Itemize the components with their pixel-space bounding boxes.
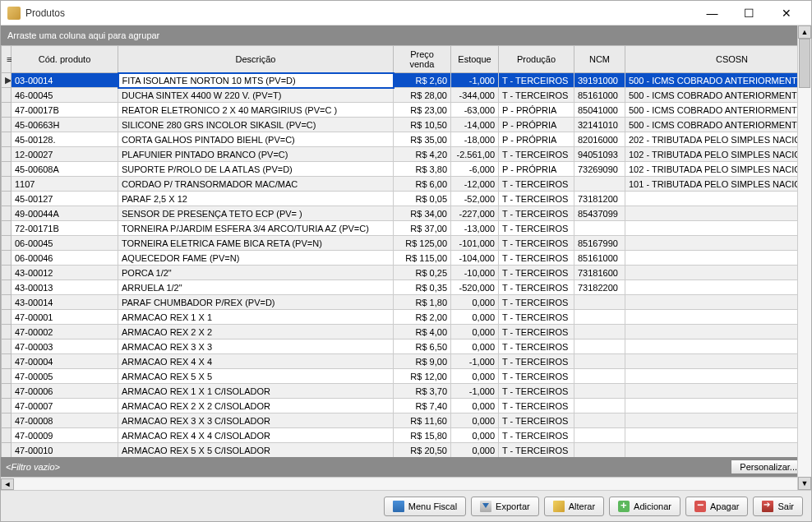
cell-csosn[interactable] (625, 399, 812, 413)
cell-descricao[interactable]: TORNEIRA ELETRICA FAME BICA RETA (PV=N) (118, 236, 394, 251)
cell-descricao[interactable]: ARMACAO REX 4 X 4 C/ISOLADOR (118, 428, 394, 443)
cell-cod[interactable]: 47-00005 (12, 369, 118, 384)
scroll-up-icon[interactable]: ▲ (798, 25, 811, 39)
cell-descricao[interactable]: ARMACAO REX 5 X 5 C/ISOLADOR (118, 443, 394, 458)
col-estoque[interactable]: Estoque (451, 46, 499, 73)
menu-fiscal-button[interactable]: Menu Fiscal (384, 497, 466, 516)
cell-csosn[interactable] (625, 340, 812, 354)
cell-descricao[interactable]: AQUECEDOR FAME (PV=N) (118, 251, 394, 266)
apagar-button[interactable]: Apagar (685, 497, 748, 516)
cell-estoque[interactable]: -227,000 (451, 206, 499, 221)
col-preco-venda[interactable]: Preço venda (394, 46, 451, 73)
cell-producao[interactable]: T - TERCEIROS (499, 147, 574, 162)
cell-ncm[interactable]: 73181200 (574, 192, 625, 206)
cell-cod[interactable]: 43-00012 (12, 266, 118, 280)
cell-cod[interactable]: 45-00128. (12, 132, 118, 147)
cell-preco[interactable]: R$ 12,00 (394, 369, 451, 384)
cell-ncm[interactable]: 85437099 (574, 206, 625, 221)
cell-estoque[interactable]: 0,000 (451, 428, 499, 443)
cell-cod[interactable]: 47-00008 (12, 413, 118, 428)
cell-estoque[interactable]: -1,000 (451, 354, 499, 369)
cell-estoque[interactable]: -1,000 (451, 384, 499, 399)
cell-csosn[interactable] (625, 428, 812, 443)
cell-producao[interactable]: T - TERCEIROS (499, 443, 574, 458)
cell-csosn[interactable] (625, 443, 812, 458)
cell-ncm[interactable] (574, 354, 625, 369)
cell-estoque[interactable]: 0,000 (451, 325, 499, 340)
cell-preco[interactable]: R$ 7,40 (394, 399, 451, 413)
cell-producao[interactable]: T - TERCEIROS (499, 221, 574, 236)
table-row[interactable]: 49-00044ASENSOR DE PRESENÇA TETO ECP (PV… (2, 206, 812, 221)
cell-preco[interactable]: R$ 6,50 (394, 340, 451, 354)
cell-estoque[interactable]: -1,000 (451, 73, 499, 88)
cell-descricao[interactable]: PARAF CHUMBADOR P/REX (PV=D) (118, 295, 394, 310)
table-row[interactable]: 47-00009ARMACAO REX 4 X 4 C/ISOLADORR$ 1… (2, 428, 812, 443)
cell-cod[interactable]: 47-00006 (12, 384, 118, 399)
cell-ncm[interactable]: 85161000 (574, 251, 625, 266)
h-scroll-track[interactable] (14, 478, 798, 490)
adicionar-button[interactable]: Adicionar (609, 497, 681, 516)
cell-csosn[interactable] (625, 236, 812, 251)
cell-estoque[interactable]: -18,000 (451, 132, 499, 147)
cell-preco[interactable]: R$ 4,20 (394, 147, 451, 162)
cell-csosn[interactable] (625, 295, 812, 310)
cell-descricao[interactable]: CORDAO P/ TRANSORMADOR MAC/MAC (118, 177, 394, 192)
minimize-button[interactable]: — (694, 2, 731, 25)
cell-cod[interactable]: 47-00002 (12, 325, 118, 340)
cell-estoque[interactable]: -63,000 (451, 103, 499, 118)
cell-ncm[interactable]: 85161000 (574, 88, 625, 103)
cell-descricao[interactable]: ARMACAO REX 1 X 1 C/ISOLADOR (118, 384, 394, 399)
cell-cod[interactable]: 47-00001 (12, 310, 118, 325)
cell-producao[interactable]: T - TERCEIROS (499, 206, 574, 221)
cell-descricao[interactable]: CORTA GALHOS PINTADO BIEHL (PV=C) (118, 132, 394, 147)
cell-ncm[interactable]: 85041000 (574, 103, 625, 118)
cell-descricao[interactable]: PARAF 2,5 X 12 (118, 192, 394, 206)
cell-csosn[interactable]: 202 - TRIBUTADA PELO SIMPLES NACIONAL SE… (625, 132, 812, 147)
cell-preco[interactable]: R$ 20,50 (394, 443, 451, 458)
vertical-scrollbar[interactable]: ▲ ▼ (797, 25, 811, 490)
cell-estoque[interactable]: -12,000 (451, 177, 499, 192)
col-producao[interactable]: Produção (499, 46, 574, 73)
row-indicator-header[interactable]: ≡ (2, 46, 12, 73)
cell-csosn[interactable] (625, 280, 812, 295)
table-row[interactable]: 06-00046AQUECEDOR FAME (PV=N)R$ 115,00-1… (2, 251, 812, 266)
table-row[interactable]: 72-00171BTORNEIRA P/JARDIM ESFERA 3/4 AR… (2, 221, 812, 236)
cell-preco[interactable]: R$ 28,00 (394, 88, 451, 103)
table-row[interactable]: 47-00006ARMACAO REX 1 X 1 C/ISOLADORR$ 3… (2, 384, 812, 399)
cell-cod[interactable]: 46-00045 (12, 88, 118, 103)
cell-ncm[interactable] (574, 340, 625, 354)
cell-producao[interactable]: T - TERCEIROS (499, 340, 574, 354)
table-row[interactable]: 47-00017BREATOR ELETRONICO 2 X 40 MARGIR… (2, 103, 812, 118)
cell-ncm[interactable] (574, 310, 625, 325)
v-scroll-track[interactable] (798, 39, 811, 477)
cell-ncm[interactable]: 73181600 (574, 266, 625, 280)
table-row[interactable]: 47-00004ARMACAO REX 4 X 4R$ 9,00-1,000T … (2, 354, 812, 369)
cell-descricao[interactable]: ARMACAO REX 2 X 2 (118, 325, 394, 340)
cell-ncm[interactable]: 82016000 (574, 132, 625, 147)
cell-preco[interactable]: R$ 4,00 (394, 325, 451, 340)
cell-cod[interactable]: 06-00045 (12, 236, 118, 251)
cell-csosn[interactable] (625, 206, 812, 221)
cell-cod[interactable]: 47-00003 (12, 340, 118, 354)
table-row[interactable]: 06-00045TORNEIRA ELETRICA FAME BICA RETA… (2, 236, 812, 251)
cell-csosn[interactable] (625, 369, 812, 384)
cell-preco[interactable]: R$ 125,00 (394, 236, 451, 251)
table-row[interactable]: 47-00008ARMACAO REX 3 X 3 C/ISOLADORR$ 1… (2, 413, 812, 428)
cell-csosn[interactable]: 500 - ICMS COBRADO ANTERIORMENTE POR SUB… (625, 118, 812, 132)
table-row[interactable]: 47-00002ARMACAO REX 2 X 2R$ 4,000,000T -… (2, 325, 812, 340)
cell-csosn[interactable] (625, 192, 812, 206)
table-row[interactable]: 1107CORDAO P/ TRANSORMADOR MAC/MACR$ 6,0… (2, 177, 812, 192)
cell-estoque[interactable]: -344,000 (451, 88, 499, 103)
cell-descricao[interactable]: REATOR ELETRONICO 2 X 40 MARGIRIUS (PV=C… (118, 103, 394, 118)
cell-estoque[interactable]: 0,000 (451, 340, 499, 354)
exportar-button[interactable]: Exportar (471, 497, 539, 516)
cell-preco[interactable]: R$ 0,35 (394, 280, 451, 295)
cell-ncm[interactable] (574, 384, 625, 399)
cell-preco[interactable]: R$ 0,25 (394, 266, 451, 280)
cell-producao[interactable]: T - TERCEIROS (499, 354, 574, 369)
cell-estoque[interactable]: -2.561,00 (451, 147, 499, 162)
cell-descricao[interactable]: DUCHA SINTEX 4400 W 220 V. (PV=T) (118, 88, 394, 103)
cell-descricao[interactable]: FITA ISOLANTE NORTON 10 MTS (PV=D) (118, 73, 394, 88)
cell-producao[interactable]: T - TERCEIROS (499, 73, 574, 88)
cell-producao[interactable]: T - TERCEIROS (499, 295, 574, 310)
